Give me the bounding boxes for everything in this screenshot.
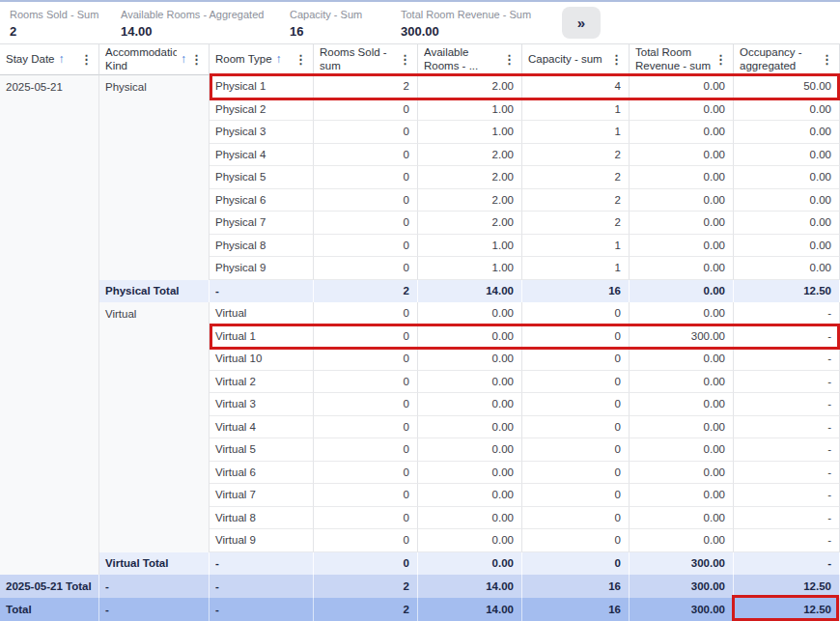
cell-available-rooms[interactable]: 2.00 <box>418 212 522 235</box>
cell-available-rooms[interactable]: 0.00 <box>418 529 522 552</box>
column-header-occupancy-aggregated[interactable]: Occupancy - aggregated⋮ <box>734 43 840 75</box>
cell-total-room-revenue-sum[interactable]: 0.00 <box>630 212 734 235</box>
expand-button[interactable]: » <box>562 7 601 39</box>
column-header-accommodation-kind[interactable]: Accommodation Kind↑⋮ <box>99 43 210 75</box>
cell-room-type[interactable]: Virtual 9 <box>210 529 314 552</box>
cell-available-rooms[interactable]: 0.00 <box>418 462 522 485</box>
cell-room-type[interactable]: Physical 3 <box>210 121 314 144</box>
column-menu-kebab-icon[interactable]: ⋮ <box>187 52 206 68</box>
cell-capacity-sum[interactable]: 4 <box>522 75 630 99</box>
cell-room-type[interactable]: - <box>210 575 314 598</box>
cell-available-rooms[interactable]: 0.00 <box>418 325 522 349</box>
cell-room-type[interactable]: Physical 1 <box>210 75 314 99</box>
cell-occupancy-aggregated[interactable]: 12.50 <box>734 575 840 598</box>
cell-stay-date[interactable]: 2025-05-21 Total <box>0 575 99 598</box>
column-header-rooms-sold-sum[interactable]: Rooms Sold - sum⋮ <box>314 43 418 75</box>
cell-occupancy-aggregated[interactable]: - <box>734 529 840 552</box>
cell-total-room-revenue-sum[interactable]: 300.00 <box>630 552 734 576</box>
cell-occupancy-aggregated[interactable]: 0.00 <box>734 189 840 212</box>
cell-room-type[interactable]: Physical 7 <box>210 212 314 235</box>
cell-occupancy-aggregated[interactable]: 50.00 <box>734 75 840 99</box>
cell-total-room-revenue-sum[interactable]: 0.00 <box>630 371 734 394</box>
cell-total-room-revenue-sum[interactable]: 0.00 <box>630 75 734 99</box>
cell-total-room-revenue-sum[interactable]: 0.00 <box>630 462 734 485</box>
cell-accommodation-kind[interactable]: - <box>99 598 210 621</box>
column-header-available-rooms[interactable]: Available Rooms - ...⋮ <box>418 43 522 75</box>
cell-capacity-sum[interactable]: 1 <box>522 121 630 144</box>
cell-total-room-revenue-sum[interactable]: 300.00 <box>630 575 734 598</box>
cell-capacity-sum[interactable]: 0 <box>522 325 630 349</box>
cell-available-rooms[interactable]: 0.00 <box>418 552 522 576</box>
cell-available-rooms[interactable]: 1.00 <box>418 99 522 122</box>
cell-available-rooms[interactable]: 14.00 <box>418 280 522 303</box>
cell-total-room-revenue-sum[interactable]: 300.00 <box>630 598 734 621</box>
cell-available-rooms[interactable]: 2.00 <box>418 166 522 189</box>
cell-occupancy-aggregated[interactable]: 0.00 <box>734 257 840 280</box>
cell-capacity-sum[interactable]: 2 <box>522 212 630 235</box>
cell-available-rooms[interactable]: 0.00 <box>418 393 522 416</box>
cell-total-room-revenue-sum[interactable]: 0.00 <box>630 189 734 212</box>
cell-rooms-sold-sum[interactable]: 2 <box>314 598 418 621</box>
cell-room-type[interactable]: - <box>210 280 314 303</box>
cell-occupancy-aggregated[interactable]: - <box>734 507 840 530</box>
cell-room-type[interactable]: Physical 9 <box>210 257 314 280</box>
cell-capacity-sum[interactable]: 0 <box>522 529 630 552</box>
cell-room-type[interactable]: Physical 5 <box>210 166 314 189</box>
cell-capacity-sum[interactable]: 0 <box>522 416 630 439</box>
cell-occupancy-aggregated[interactable]: - <box>734 438 840 462</box>
cell-occupancy-aggregated[interactable]: - <box>734 302 840 325</box>
cell-capacity-sum[interactable]: 0 <box>522 348 630 371</box>
cell-rooms-sold-sum[interactable]: 0 <box>314 166 418 189</box>
cell-room-type[interactable]: Virtual 5 <box>210 438 314 462</box>
cell-room-type[interactable]: - <box>210 552 314 576</box>
cell-total-room-revenue-sum[interactable]: 0.00 <box>630 257 734 280</box>
column-menu-kebab-icon[interactable]: ⋮ <box>292 52 310 68</box>
cell-stay-date[interactable]: Total <box>0 598 99 621</box>
cell-rooms-sold-sum[interactable]: 2 <box>314 280 418 303</box>
cell-room-type[interactable]: Physical 6 <box>210 189 314 212</box>
cell-room-type[interactable]: Virtual 3 <box>210 393 314 416</box>
cell-occupancy-aggregated[interactable]: 0.00 <box>734 212 840 235</box>
column-menu-kebab-icon[interactable]: ⋮ <box>396 52 414 68</box>
column-menu-kebab-icon[interactable]: ⋮ <box>607 52 626 68</box>
cell-available-rooms[interactable]: 0.00 <box>418 302 522 325</box>
cell-available-rooms[interactable]: 1.00 <box>418 121 522 144</box>
cell-room-type[interactable]: Physical 2 <box>210 99 314 122</box>
cell-capacity-sum[interactable]: 16 <box>522 280 630 303</box>
cell-rooms-sold-sum[interactable]: 0 <box>314 462 418 485</box>
cell-occupancy-aggregated[interactable]: 0.00 <box>734 144 840 167</box>
cell-capacity-sum[interactable]: 2 <box>522 144 630 167</box>
cell-capacity-sum[interactable]: 1 <box>522 257 630 280</box>
cell-available-rooms[interactable]: 2.00 <box>418 75 522 99</box>
cell-capacity-sum[interactable]: 1 <box>522 99 630 122</box>
cell-total-room-revenue-sum[interactable]: 0.00 <box>630 99 734 122</box>
cell-total-room-revenue-sum[interactable]: 300.00 <box>630 325 734 349</box>
cell-occupancy-aggregated[interactable]: - <box>734 348 840 371</box>
column-header-capacity-sum[interactable]: Capacity - sum⋮ <box>522 43 630 75</box>
cell-total-room-revenue-sum[interactable]: 0.00 <box>630 507 734 530</box>
cell-available-rooms[interactable]: 0.00 <box>418 348 522 371</box>
cell-room-type[interactable]: Virtual 4 <box>210 416 314 439</box>
cell-rooms-sold-sum[interactable]: 0 <box>314 189 418 212</box>
cell-room-type[interactable]: Virtual <box>210 302 314 325</box>
cell-room-type[interactable]: Physical 4 <box>210 144 314 167</box>
cell-total-room-revenue-sum[interactable]: 0.00 <box>630 121 734 144</box>
cell-total-room-revenue-sum[interactable]: 0.00 <box>630 235 734 258</box>
cell-rooms-sold-sum[interactable]: 0 <box>314 235 418 258</box>
cell-occupancy-aggregated[interactable]: - <box>734 371 840 394</box>
cell-total-room-revenue-sum[interactable]: 0.00 <box>630 166 734 189</box>
column-menu-kebab-icon[interactable]: ⋮ <box>77 52 96 68</box>
cell-rooms-sold-sum[interactable]: 2 <box>314 575 418 598</box>
cell-available-rooms[interactable]: 0.00 <box>418 484 522 507</box>
cell-room-type[interactable]: Virtual 8 <box>210 507 314 530</box>
cell-rooms-sold-sum[interactable]: 0 <box>314 438 418 462</box>
cell-capacity-sum[interactable]: 16 <box>522 575 630 598</box>
cell-capacity-sum[interactable]: 1 <box>522 235 630 258</box>
cell-total-room-revenue-sum[interactable]: 0.00 <box>630 302 734 325</box>
cell-rooms-sold-sum[interactable]: 2 <box>314 75 418 99</box>
cell-total-room-revenue-sum[interactable]: 0.00 <box>630 280 734 303</box>
cell-total-room-revenue-sum[interactable]: 0.00 <box>630 529 734 552</box>
cell-available-rooms[interactable]: 1.00 <box>418 257 522 280</box>
cell-capacity-sum[interactable]: 0 <box>522 302 630 325</box>
cell-room-type[interactable]: Virtual 6 <box>210 462 314 485</box>
